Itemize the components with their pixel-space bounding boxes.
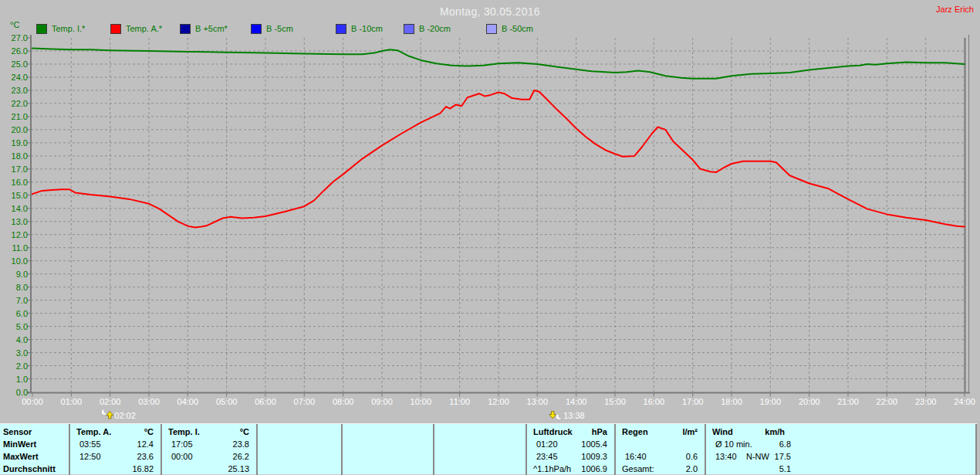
svg-text:0.0: 0.0 [16,388,28,397]
cell-value: 12.4 [137,438,154,450]
cell-time: ^1.1hPa/h [533,463,571,475]
legend-item-label: B -5cm [266,24,293,33]
table-header: Windkm/h [706,426,791,438]
svg-text:22.0: 22.0 [12,99,28,108]
row-label: MaxWert [0,450,68,463]
cell-time: 13:40 [715,450,737,463]
svg-text:14.0: 14.0 [12,204,28,213]
table-column-temp-a: Temp. A.°C03:5512.412:5023.616.82 [69,424,160,475]
table-row [616,438,704,450]
svg-text:07:00: 07:00 [294,397,316,406]
svg-text:02:00: 02:00 [100,397,121,406]
svg-text:12:00: 12:00 [488,397,509,406]
svg-text:04:00: 04:00 [177,397,199,406]
cell-time: 16:40 [625,450,647,463]
svg-text:4.0: 4.0 [16,335,28,344]
svg-text:6.0: 6.0 [16,309,28,318]
column-title: Temp. A. [76,426,111,438]
legend-swatch-icon [110,24,121,34]
table-row: 16.82 [70,463,160,475]
svg-text:06:00: 06:00 [255,397,276,406]
svg-text:12.0: 12.0 [12,230,28,239]
table-column-sensor-labels: SensorMinWertMaxWertDurchschnitt [0,424,68,475]
moonset-icon [549,412,563,420]
cell-value: 5.1 [779,463,791,475]
svg-text:18.0: 18.0 [12,151,28,161]
column-unit: °C [240,426,249,438]
svg-text:13:00: 13:00 [527,397,549,406]
svg-text:2.0: 2.0 [16,361,28,371]
svg-text:9.0: 9.0 [16,270,28,279]
svg-text:5.0: 5.0 [16,322,28,331]
svg-text:10:00: 10:00 [411,397,432,406]
table-row: 13:40N-NW17.5 [706,450,791,463]
cell-value: 25.13 [228,463,249,475]
cell-wind-direction: N-NW [746,450,769,463]
column-unit: l/m² [682,426,698,438]
y-axis-labels: 0.01.02.03.04.05.06.07.08.09.010.011.012… [12,33,28,397]
legend-swatch-icon [404,24,414,34]
svg-text:11:00: 11:00 [449,397,470,406]
svg-text:09:00: 09:00 [371,397,393,406]
legend-swatch-icon [251,24,262,34]
svg-text:21:00: 21:00 [837,397,859,406]
cell-value: 26.2 [233,450,249,463]
svg-text:17.0: 17.0 [12,165,28,174]
column-title: Luftdruck [533,426,573,438]
svg-text:16:00: 16:00 [644,397,665,406]
chart-svg: 0.01.02.03.04.05.06.07.08.09.010.011.012… [0,0,980,423]
table-column-empty [433,424,525,475]
legend-item-label: Temp. I.* [52,24,85,33]
svg-text:23.0: 23.0 [12,86,28,95]
cell-time: 03:55 [79,438,101,450]
svg-text:03:00: 03:00 [138,397,160,406]
svg-text:13.0: 13.0 [12,217,28,226]
column-title: Temp. I. [168,426,200,438]
cell-time: 01:20 [536,438,558,450]
svg-text:05:00: 05:00 [216,397,238,406]
column-title: Wind [712,426,733,438]
table-row: Gesamt:2.0 [616,463,704,475]
table-row: Ø 10 min.6.8 [706,438,791,450]
table-row: 12:5023.6 [70,450,160,463]
cell-time: 00:00 [171,450,193,463]
row-label: Durchschnitt [0,463,68,475]
table-header: Regenl/m² [616,426,704,438]
table-row: ^1.1hPa/h1006.9 [527,463,613,475]
cell-time: 17:05 [171,438,193,450]
svg-text:3.0: 3.0 [16,348,28,358]
table-column-luftdruck: LuftdruckhPa01:201005.423:451009.3^1.1hP… [525,424,613,475]
grid-lines [31,38,965,392]
column-unit: hPa [592,426,607,438]
column-unit: °C [144,426,154,438]
moon-time-label: 02:02 [114,411,136,420]
legend-item-b-5cm: B +5cm* [180,23,228,34]
svg-text:7.0: 7.0 [16,296,28,305]
svg-text:16.0: 16.0 [12,178,28,187]
stats-table: SensorMinWertMaxWertDurchschnittTemp. A.… [0,423,977,475]
x-axis-labels: 00:0001:0002:0003:0004:0005:0006:0007:00… [22,397,975,406]
moonrise-icon [101,409,113,419]
cell-value: 23.6 [137,450,154,463]
legend-item-label: B +5cm* [195,24,228,33]
legend-item-b-20cm: B -20cm [404,23,451,34]
cell-value: 0.6 [686,450,698,463]
svg-text:10.0: 10.0 [12,256,28,266]
cell-value: 16.82 [132,463,154,475]
legend-item-temp-a: Temp. A.* [110,23,162,34]
moonset-marker: 13:38 [549,411,585,420]
svg-text:26.0: 26.0 [12,46,28,56]
author-label: Jarz Erich [936,5,974,14]
legend-swatch-icon [36,24,47,34]
cell-value: 6.8 [779,438,791,450]
svg-text:20:00: 20:00 [799,397,820,406]
table-column-empty [256,424,340,475]
weather-app-window: { "header": { "title": "Montag, 30.05.20… [0,0,980,475]
svg-text:14:00: 14:00 [566,397,587,406]
table-column-empty [341,424,432,475]
svg-text:24.0: 24.0 [12,73,28,82]
legend-swatch-icon [336,24,346,34]
table-header: LuftdruckhPa [527,426,613,438]
svg-text:25.0: 25.0 [12,59,28,69]
table-row: 23:451009.3 [527,450,613,463]
